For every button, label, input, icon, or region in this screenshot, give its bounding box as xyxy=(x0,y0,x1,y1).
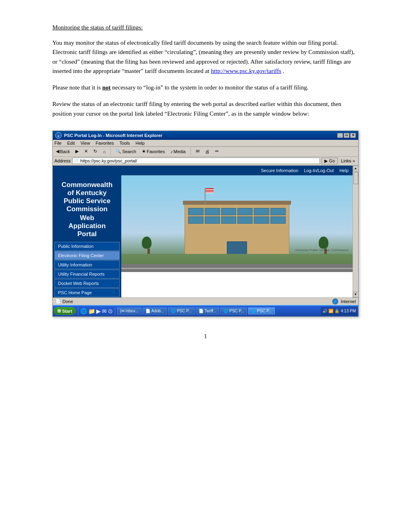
refresh-button[interactable]: ↻ xyxy=(92,148,99,155)
refresh-icon: ↻ xyxy=(93,149,97,154)
media-label: Media xyxy=(174,149,186,154)
taskbar-item-adobe[interactable]: 📄 Adob... xyxy=(143,308,167,314)
building-illustration: Kentucky Public Service Commission xyxy=(121,175,353,272)
taskbar-item-psc1[interactable]: 🌐 PSC P... xyxy=(168,308,195,314)
favorites-icon: ★ xyxy=(142,149,146,154)
favorites-button[interactable]: ★ Favorites xyxy=(140,148,166,155)
portal-nav: Secure Information Log-In/Log-Out Help xyxy=(261,168,349,173)
section-heading: Monitoring the status of tariff filings: xyxy=(52,24,359,31)
taskbar-item-psc2[interactable]: 🌐 PSC P... xyxy=(220,308,247,314)
para2-after: necessary to “log-in” to the system in o… xyxy=(111,84,309,91)
home-button[interactable]: ⌂ xyxy=(101,148,107,155)
taskbar-item-inbox[interactable]: |✉ Inbox... xyxy=(117,308,141,314)
browser-status-bar: 📄 Done 🌐 Internet xyxy=(53,297,358,305)
menu-view[interactable]: View xyxy=(81,141,90,145)
menu-edit[interactable]: Edit xyxy=(67,141,75,145)
tariff-link[interactable]: http://www.psc.ky.gov/tariffs xyxy=(211,68,281,74)
building-roof xyxy=(183,201,291,205)
address-input[interactable] xyxy=(80,158,318,163)
print-button[interactable]: 🖨 xyxy=(203,148,211,155)
go-button[interactable]: ▶ Go xyxy=(322,158,338,164)
search-button[interactable]: 🔍 Search xyxy=(114,148,138,155)
sidebar-item-psc-home[interactable]: PSC Home Page xyxy=(54,288,120,297)
page: Monitoring the status of tariff filings:… xyxy=(52,24,359,340)
forward-button[interactable]: ▶ xyxy=(74,148,80,155)
browser-toolbar: ◀ Back ▶ ✕ ↻ ⌂ 🔍 Search ★ Favorites xyxy=(53,147,358,157)
start-button[interactable]: ⊞ Start xyxy=(54,307,76,315)
browser-menubar: File Edit View Favorites Tools Help xyxy=(53,140,358,147)
title-line1: Commonwealth of Kentucky xyxy=(61,181,113,197)
menu-tools[interactable]: Tools xyxy=(120,141,130,145)
window-9 xyxy=(221,216,237,224)
portal-title: Commonwealth of Kentucky Public Service … xyxy=(53,178,121,241)
title-bar-left: e PSC Portal Log-In - Microsoft Internet… xyxy=(55,132,162,139)
restore-button[interactable]: ▭ xyxy=(344,133,349,138)
taskbar-time: 4:13 PM xyxy=(341,309,356,313)
address-bar: Address 📄 ▶ Go Links » xyxy=(53,157,358,166)
taskbar-item-psc3[interactable]: 🌐 PSC P... xyxy=(248,308,275,314)
taskbar-tray: 🔊 📶 🔒 4:13 PM xyxy=(321,307,357,316)
title-line3: Web Application Portal xyxy=(61,214,113,238)
address-label: Address xyxy=(54,158,71,163)
window-12 xyxy=(270,216,286,224)
para1-end: . xyxy=(281,68,284,74)
road xyxy=(121,264,353,272)
stop-button[interactable]: ✕ xyxy=(83,148,89,155)
taskbar-ie-icon[interactable]: 🌐 xyxy=(80,308,87,314)
taskbar-separator-1 xyxy=(78,307,78,315)
menu-file[interactable]: File xyxy=(54,141,62,145)
forward-icon: ▶ xyxy=(75,149,79,154)
go-icon: ▶ xyxy=(324,158,328,163)
toolbar-separator xyxy=(110,148,111,156)
window-3 xyxy=(221,208,237,215)
nav-login[interactable]: Log-In/Log-Out xyxy=(304,168,334,173)
title-line2: Public Service Commission xyxy=(61,197,113,213)
portal-header: Secure Information Log-In/Log-Out Help xyxy=(53,166,353,175)
building-caption: Kentucky Public Service Commission xyxy=(295,248,349,252)
edit-page-button[interactable]: ✏ xyxy=(214,148,220,155)
home-icon: ⌂ xyxy=(103,149,106,154)
taskbar-separator-2 xyxy=(115,307,115,315)
menu-help[interactable]: Help xyxy=(135,141,145,145)
taskbar-outlook-icon[interactable]: ✉ xyxy=(102,308,107,314)
sidebar-item-utility-info[interactable]: Utility Information xyxy=(54,260,120,269)
taskbar-folder-icon[interactable]: 📁 xyxy=(88,308,95,314)
nav-help[interactable]: Help xyxy=(339,168,349,173)
page-icon: 📄 xyxy=(74,159,79,163)
mail-button[interactable]: ✉ xyxy=(194,148,201,155)
building-entrance xyxy=(227,241,247,256)
paragraph-1: You may monitor the status of electronic… xyxy=(52,38,359,76)
media-icon: ♪ xyxy=(170,149,173,154)
title-controls[interactable]: _ ▭ ✕ xyxy=(337,133,356,138)
menu-favorites[interactable]: Favorites xyxy=(95,141,114,145)
media-button[interactable]: ♪ Media xyxy=(169,148,187,155)
minimize-button[interactable]: _ xyxy=(337,133,343,138)
sidebar-item-utility-financial[interactable]: Utility Financial Reports xyxy=(54,270,120,278)
status-text: Done xyxy=(62,299,73,304)
sidebar-item-docket-web[interactable]: Docket Web Reports xyxy=(54,279,120,288)
close-button[interactable]: ✕ xyxy=(350,133,356,138)
back-button[interactable]: ◀ Back xyxy=(54,148,71,155)
sidebar-item-public-info[interactable]: Public Information xyxy=(54,242,120,251)
tree-top-left xyxy=(142,237,152,249)
portal-photo-area: Kentucky Public Service Commission xyxy=(121,175,353,297)
window-5 xyxy=(254,208,269,215)
portal-main-area: Secure Information Log-In/Log-Out Help C… xyxy=(53,166,353,297)
para2-before: Please note that it is xyxy=(52,84,102,91)
window-6 xyxy=(270,208,286,215)
taskbar: ⊞ Start 🌐 📁 ▶ ✉ ⊙ |✉ Inbox... 📄 Adob... … xyxy=(53,305,358,316)
taskbar-extra-icon[interactable]: ⊙ xyxy=(108,308,113,314)
search-icon: 🔍 xyxy=(116,149,121,154)
window-1 xyxy=(188,208,203,215)
taskbar-media-icon[interactable]: ▶ xyxy=(96,308,101,314)
nav-secure-info[interactable]: Secure Information xyxy=(261,168,298,173)
taskbar-item-tariff[interactable]: 📄 Tariff... xyxy=(196,308,219,314)
search-label: Search xyxy=(122,149,136,154)
window-11 xyxy=(254,216,269,224)
page-number: 1 xyxy=(52,333,359,340)
paragraph-3: Review the status of an electronic tarif… xyxy=(52,100,359,118)
window-2 xyxy=(205,208,220,215)
building-windows xyxy=(185,204,289,228)
sidebar-item-electronic-filing[interactable]: Electronic Filing Center xyxy=(54,251,120,260)
browser-title-bar: e PSC Portal Log-In - Microsoft Internet… xyxy=(53,131,358,140)
